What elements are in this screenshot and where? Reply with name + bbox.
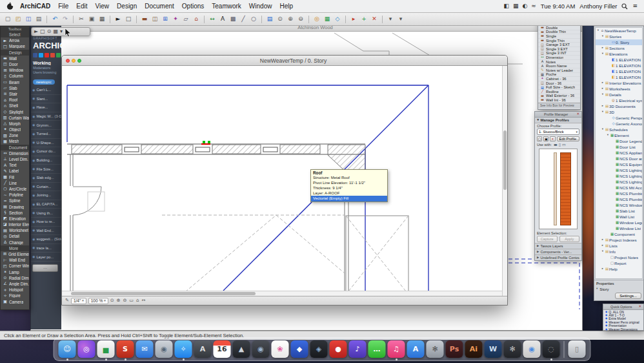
tool-item[interactable]: ▦ Mesh — [1, 138, 29, 144]
forum-topic-row[interactable]: ◉ Can't L... — [31, 86, 61, 95]
toolbar-icon[interactable]: ⊙ — [276, 15, 285, 24]
toolbar-icon[interactable]: ▤ — [265, 15, 274, 24]
tool-item[interactable]: Select — [1, 32, 29, 37]
archicad-document-window[interactable]: NewWeaverTemp / 0. Story — [61, 55, 508, 306]
browser-forum-window[interactable]: GRAPHISOFT ARCHICAD Working Moderators: … — [30, 26, 61, 329]
dock-icon[interactable]: S — [117, 340, 134, 358]
mini-toolbar-icon[interactable]: ▦ — [53, 29, 58, 34]
forum-pager-button[interactable]: ··· — [32, 264, 58, 272]
navigator-tree-item[interactable]: ▦ Window List — [596, 225, 642, 231]
navigator-tree-item[interactable]: ▦ Component — [596, 231, 642, 237]
navigator-tree-item[interactable]: ▢ Project Notes — [596, 254, 642, 260]
view-nav-icon[interactable]: ▭ — [129, 298, 134, 303]
dock-icon[interactable]: Ai — [465, 340, 483, 358]
view-nav-icon[interactable]: ⊕ — [117, 298, 121, 303]
toolbar-icon[interactable] — [136, 16, 137, 23]
pen-settings-icon[interactable]: ✎ — [65, 298, 69, 303]
element-type-toggle-icon[interactable]: ▬ — [554, 143, 558, 147]
collapsed-section[interactable]: ▶ Components - Ver... — [535, 249, 581, 254]
zoom-button[interactable] — [77, 59, 81, 63]
tool-item[interactable]: ∩ Shell — [1, 103, 29, 109]
tool-item[interactable]: ⊞ Window — [1, 67, 29, 73]
navigator-tree-item[interactable]: ◇ Generic Axonometry — [596, 121, 642, 127]
navigator-tree-item[interactable]: ◎ 1 Electrical symbols (Independent) — [596, 98, 642, 103]
toolbar-icon[interactable] — [382, 16, 383, 23]
zoom-selector[interactable]: 100 % ▾ — [88, 298, 108, 304]
tool-item[interactable]: ▥ Curtain Wall — [1, 115, 29, 121]
forum-topic-row[interactable]: ◉ Magic W... (3-Dem p...) — [31, 112, 61, 121]
profile-manager-title-bar[interactable]: Profile Manager ✕ — [535, 112, 581, 118]
mini-toolbar-icon[interactable]: ► — [34, 29, 38, 34]
mini-toolbar-icon[interactable]: □ — [40, 29, 45, 34]
forum-topic-row[interactable]: ◉ Grymm... — [31, 121, 61, 130]
toolbar-icon[interactable]: + — [359, 15, 368, 24]
vertical-scrollbar[interactable] — [502, 66, 507, 296]
spotlight-icon[interactable] — [621, 3, 628, 10]
navigator-tree-item[interactable]: ▾ ▤ 3D — [596, 109, 642, 115]
social-icon[interactable] — [50, 53, 55, 57]
menu-status-icon[interactable]: ◐ — [522, 3, 527, 9]
toolbar-icon[interactable] — [46, 16, 47, 23]
dock-icon[interactable]: ✻ — [427, 340, 444, 358]
dock-icon[interactable]: ◌ — [543, 340, 560, 358]
apply-button[interactable]: Apply — [559, 236, 580, 242]
forum-topic-row[interactable]: ◉ Slab edg... — [31, 174, 61, 183]
navigator-tree-item[interactable]: ◇ Generic Perspective — [596, 115, 642, 121]
navigator-tree-item[interactable]: ◧ 1 ELEVATION (Auto-rebuild Model) — [596, 63, 642, 68]
social-icon[interactable] — [45, 53, 49, 57]
navigator-tree-item[interactable]: ▾ ▤ Schedules — [596, 127, 642, 132]
tool-item[interactable]: ⊞ Grid Element — [1, 251, 29, 257]
view-nav-icon[interactable]: ⊙ — [110, 298, 114, 303]
navigator-tree-item[interactable]: ▦ Window Legend — [596, 220, 642, 225]
trash-icon[interactable]: ▯ — [569, 340, 586, 358]
view-nav-icon[interactable]: ⊖ — [123, 298, 126, 303]
favorites-footer[interactable]: See Info Box for Preview — [538, 103, 580, 108]
toolbar-icon[interactable]: ⊞ — [161, 15, 170, 24]
profile-preview[interactable] — [539, 149, 578, 229]
navigator-tree-item[interactable]: ▾ ▤ Elevations — [596, 51, 642, 57]
dock-icon[interactable]: ♫ — [388, 340, 405, 358]
dock-icon[interactable]: ✉ — [136, 340, 154, 358]
social-icon[interactable] — [39, 53, 43, 57]
toolbar-icon[interactable]: ▩ — [228, 15, 237, 24]
toolbar-icon[interactable]: □ — [124, 15, 133, 24]
toolbar-icon[interactable]: ▢ — [3, 15, 12, 24]
horizontal-scrollbar[interactable] — [62, 291, 502, 296]
navigator-tree-item[interactable]: ▸ ▤ Lists — [596, 243, 642, 249]
navigator-tree-item[interactable]: ▦ NCS Lighting Fixt Sch. — [596, 173, 642, 179]
tool-item[interactable]: Design — [1, 50, 29, 56]
settings-button[interactable]: Settings... — [615, 293, 641, 299]
toolbar-icon[interactable]: A — [218, 15, 227, 24]
quick-options-title-bar[interactable]: Quick Options ✕ — [603, 304, 643, 310]
window-title-bar[interactable]: NewWeaverTemp / 0. Story — [62, 56, 507, 66]
navigator-tree-item[interactable]: ▦ NCS Plumbing Fixt Sch. — [596, 191, 642, 196]
view-nav-icon[interactable]: ⌂ — [136, 298, 139, 303]
close-icon[interactable]: ✕ — [576, 112, 579, 116]
tool-item[interactable]: + Hotspot — [1, 287, 29, 293]
toolbar-icon[interactable] — [110, 16, 110, 23]
toolbar-icon[interactable]: ▾ — [386, 15, 395, 24]
new-topic-button[interactable]: newtopic — [33, 79, 55, 85]
toolbar-icon[interactable] — [261, 16, 262, 23]
navigator-tree-item[interactable]: ◧ 1 ELEVATION (Auto-rebuild Model) — [596, 68, 642, 74]
navigator-tree-item[interactable]: ▾ ▤ Info — [596, 249, 642, 254]
menu-item[interactable]: ArchiCAD — [16, 3, 54, 10]
navigator-tree-item[interactable]: ▦ NCS Plumbing Fixt Elmp Sch. — [596, 196, 642, 202]
navigator-tree-item[interactable]: ▸ ▤ Worksheets — [596, 86, 642, 92]
tool-item[interactable]: § Section — [1, 210, 29, 216]
forum-topic-row[interactable]: ◉ EL CAPITA... — [31, 200, 61, 209]
toolbar-icon[interactable]: ◰ — [14, 15, 23, 24]
social-icon[interactable] — [56, 53, 61, 57]
tool-item[interactable]: ▭ Beam — [1, 79, 29, 85]
dock-icon[interactable]: ◆ — [291, 340, 308, 358]
toolbar-icon[interactable]: ↶ — [50, 15, 59, 24]
menu-item[interactable]: Design — [113, 3, 141, 10]
navigator-tree-item[interactable]: ▾ ⌂ NewWeaverTemp — [596, 28, 642, 34]
toolbar-icon[interactable] — [308, 16, 309, 23]
tool-item[interactable]: ↔ Dimension — [1, 150, 29, 156]
tool-item[interactable]: ✶ Lamp — [1, 269, 29, 275]
collapsed-section[interactable]: ▶ Tassos Layers — [535, 243, 581, 249]
dock-icon[interactable]: ✻ — [504, 340, 521, 358]
toolbar-icon[interactable]: ◫ — [150, 15, 159, 24]
navigator-tree-item[interactable]: ◧ 1 ELEVATION (Auto-rebuild Model) — [596, 57, 642, 63]
